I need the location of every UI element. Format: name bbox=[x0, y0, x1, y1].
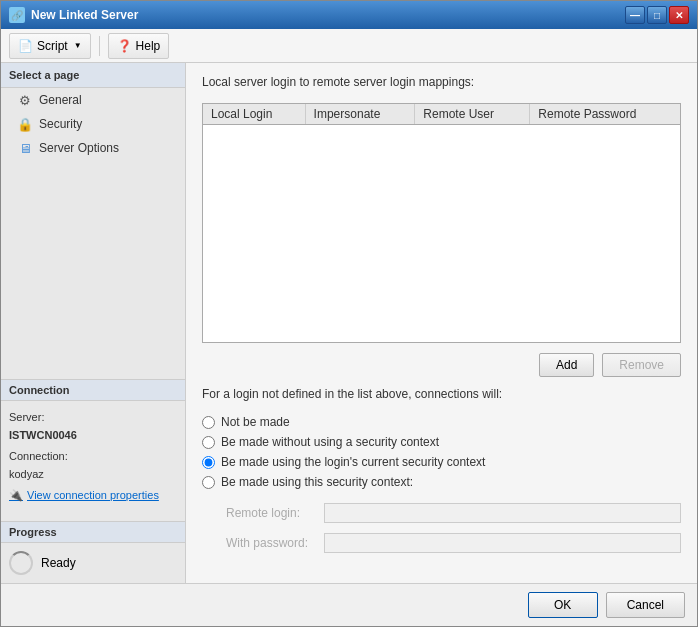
help-button[interactable]: ❓ Help bbox=[108, 33, 170, 59]
col-remote-password: Remote Password bbox=[530, 104, 680, 125]
progress-status: Ready bbox=[41, 556, 76, 570]
script-dropdown-arrow: ▼ bbox=[74, 41, 82, 50]
main-window: 🔗 New Linked Server — □ ✕ 📄 Script ▼ ❓ H… bbox=[0, 0, 698, 627]
progress-section: Progress Ready bbox=[1, 521, 185, 583]
radio-current-security[interactable]: Be made using the login's current securi… bbox=[202, 455, 681, 469]
sidebar-item-security-label: Security bbox=[39, 117, 82, 131]
main-content: Select a page ⚙ General 🔒 Security 🖥 Ser… bbox=[1, 63, 697, 583]
with-password-row: With password: bbox=[202, 533, 681, 553]
sidebar-item-general-label: General bbox=[39, 93, 82, 107]
sidebar-item-security[interactable]: 🔒 Security bbox=[1, 112, 185, 136]
server-options-icon: 🖥 bbox=[17, 140, 33, 156]
table-action-buttons: Add Remove bbox=[202, 353, 681, 377]
window-icon: 🔗 bbox=[9, 7, 25, 23]
server-value: ISTWCN0046 bbox=[9, 427, 177, 445]
radio-this-security-input[interactable] bbox=[202, 476, 215, 489]
add-button[interactable]: Add bbox=[539, 353, 594, 377]
col-remote-user: Remote User bbox=[415, 104, 530, 125]
radio-without-security-label: Be made without using a security context bbox=[221, 435, 439, 449]
bottom-bar: OK Cancel bbox=[1, 583, 697, 626]
radio-this-security-label: Be made using this security context: bbox=[221, 475, 413, 489]
progress-section-title: Progress bbox=[1, 522, 185, 543]
radio-group: Not be made Be made without using a secu… bbox=[202, 411, 681, 493]
with-password-input[interactable] bbox=[324, 533, 681, 553]
toolbar-divider bbox=[99, 36, 100, 56]
radio-not-be-made-label: Not be made bbox=[221, 415, 290, 429]
close-button[interactable]: ✕ bbox=[669, 6, 689, 24]
cancel-button[interactable]: Cancel bbox=[606, 592, 685, 618]
radio-current-security-label: Be made using the login's current securi… bbox=[221, 455, 485, 469]
title-bar-buttons: — □ ✕ bbox=[625, 6, 689, 24]
col-impersonate: Impersonate bbox=[305, 104, 415, 125]
col-local-login: Local Login bbox=[203, 104, 305, 125]
connection-label: Connection: bbox=[9, 448, 177, 466]
window-title: New Linked Server bbox=[31, 8, 625, 22]
sidebar-item-general[interactable]: ⚙ General bbox=[1, 88, 185, 112]
mapping-label: Local server login to remote server logi… bbox=[202, 75, 681, 89]
progress-content: Ready bbox=[1, 543, 185, 583]
help-icon: ❓ bbox=[117, 39, 132, 53]
connection-info: Server: ISTWCN0046 Connection: kodyaz 🔌 … bbox=[9, 409, 177, 505]
connection-section-title: Connection bbox=[1, 380, 185, 401]
link-icon: 🔌 bbox=[9, 487, 23, 505]
remote-login-label: Remote login: bbox=[226, 506, 316, 520]
radio-without-security-input[interactable] bbox=[202, 436, 215, 449]
for-login-label: For a login not defined in the list abov… bbox=[202, 387, 681, 401]
remote-login-row: Remote login: bbox=[202, 503, 681, 523]
ok-button[interactable]: OK bbox=[528, 592, 598, 618]
script-icon: 📄 bbox=[18, 39, 33, 53]
with-password-label: With password: bbox=[226, 536, 316, 550]
radio-current-security-input[interactable] bbox=[202, 456, 215, 469]
sidebar-item-server-options-label: Server Options bbox=[39, 141, 119, 155]
login-mapping-table: Local Login Impersonate Remote User Remo… bbox=[203, 104, 680, 125]
radio-this-security[interactable]: Be made using this security context: bbox=[202, 475, 681, 489]
connection-value: kodyaz bbox=[9, 466, 177, 484]
sidebar-item-server-options[interactable]: 🖥 Server Options bbox=[1, 136, 185, 160]
title-bar: 🔗 New Linked Server — □ ✕ bbox=[1, 1, 697, 29]
general-icon: ⚙ bbox=[17, 92, 33, 108]
maximize-button[interactable]: □ bbox=[647, 6, 667, 24]
radio-not-be-made[interactable]: Not be made bbox=[202, 415, 681, 429]
minimize-button[interactable]: — bbox=[625, 6, 645, 24]
connection-section: Connection Server: ISTWCN0046 Connection… bbox=[1, 379, 185, 513]
server-label: Server: bbox=[9, 409, 177, 427]
remote-login-input[interactable] bbox=[324, 503, 681, 523]
script-label: Script bbox=[37, 39, 68, 53]
view-connection-properties-link[interactable]: 🔌 View connection properties bbox=[9, 487, 177, 505]
radio-not-be-made-input[interactable] bbox=[202, 416, 215, 429]
login-mapping-table-container: Local Login Impersonate Remote User Remo… bbox=[202, 103, 681, 343]
remove-button[interactable]: Remove bbox=[602, 353, 681, 377]
progress-spinner bbox=[9, 551, 33, 575]
sidebar: Select a page ⚙ General 🔒 Security 🖥 Ser… bbox=[1, 63, 186, 583]
security-icon: 🔒 bbox=[17, 116, 33, 132]
right-panel: Local server login to remote server logi… bbox=[186, 63, 697, 583]
help-label: Help bbox=[136, 39, 161, 53]
sidebar-section-header: Select a page bbox=[1, 63, 185, 88]
script-button[interactable]: 📄 Script ▼ bbox=[9, 33, 91, 59]
toolbar: 📄 Script ▼ ❓ Help bbox=[1, 29, 697, 63]
radio-without-security[interactable]: Be made without using a security context bbox=[202, 435, 681, 449]
